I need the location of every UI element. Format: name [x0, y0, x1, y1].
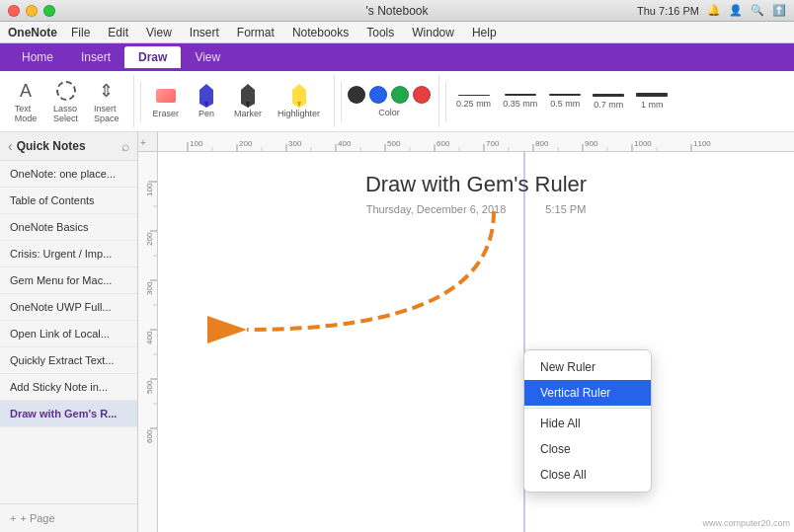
context-menu-new-ruler[interactable]: New Ruler: [524, 354, 651, 380]
menu-help[interactable]: Help: [464, 24, 505, 41]
menu-view[interactable]: View: [138, 24, 180, 41]
note-meta: Thursday, December 6, 2018 5:15 PM: [198, 203, 754, 215]
eraser-button[interactable]: Eraser: [147, 82, 186, 120]
line-1[interactable]: 1 mm: [632, 91, 672, 112]
app-name: OneNote: [8, 26, 57, 39]
window-controls[interactable]: [8, 5, 55, 17]
color-blue[interactable]: [369, 86, 387, 104]
menu-file[interactable]: File: [63, 24, 98, 41]
menu-notebooks[interactable]: Notebooks: [284, 24, 357, 41]
menubar: OneNote File Edit View Insert Format Not…: [0, 22, 794, 43]
text-mode-button[interactable]: A TextMode: [8, 77, 43, 125]
tab-view[interactable]: View: [181, 46, 234, 68]
sidebar-title: Quick Notes: [17, 139, 121, 153]
sep2: [341, 82, 342, 121]
eraser-icon: [154, 84, 178, 108]
ruler-add-icon[interactable]: +: [138, 135, 148, 150]
line-preview-07: [593, 94, 624, 97]
sidebar-back-icon[interactable]: ‹: [8, 138, 13, 154]
add-page-label: + Page: [20, 512, 54, 524]
sidebar-item-7[interactable]: Quickly Extract Text...: [0, 347, 137, 374]
line-preview-035: [505, 94, 536, 96]
svg-text:600: 600: [437, 139, 450, 148]
color-red[interactable]: [413, 86, 431, 104]
app-body: ‹ Quick Notes ⌕ OneNote: one place... Ta…: [0, 132, 794, 532]
svg-text:1000: 1000: [634, 139, 652, 148]
insert-space-button[interactable]: ⇕ InsertSpace: [88, 77, 125, 125]
svg-text:1100: 1100: [693, 139, 711, 148]
lasso-select-button[interactable]: LassoSelect: [47, 77, 84, 125]
window-title: 's Notebook: [366, 4, 429, 18]
add-page-button[interactable]: + + Page: [0, 503, 137, 532]
pen-button[interactable]: Pen: [189, 82, 224, 120]
context-menu-hide-all[interactable]: Hide All: [524, 411, 651, 436]
text-mode-icon: A: [14, 79, 38, 103]
sidebar-item-4[interactable]: Gem Menu for Mac...: [0, 267, 137, 294]
line-035[interactable]: 0.35 mm: [499, 92, 541, 111]
share-icon[interactable]: ⬆️: [772, 4, 786, 17]
maximize-btn[interactable]: [43, 5, 55, 17]
color-black[interactable]: [348, 86, 365, 104]
marker-button[interactable]: Marker: [228, 82, 268, 120]
sidebar-item-1[interactable]: Table of Contents: [0, 188, 137, 214]
pen-label: Pen: [198, 109, 214, 118]
line-label-035: 0.35 mm: [503, 99, 537, 109]
menu-window[interactable]: Window: [404, 24, 462, 41]
sep1: [140, 82, 141, 121]
vertical-ruler: 100 200 300 400 500 600: [138, 152, 158, 532]
sidebar-item-9[interactable]: Draw with Gem's R...: [0, 401, 137, 427]
svg-text:400: 400: [145, 331, 154, 344]
lasso-icon: [54, 79, 78, 103]
line-025[interactable]: 0.25 mm: [452, 93, 495, 111]
line-07[interactable]: 0.7 mm: [589, 92, 628, 112]
insert-space-icon: ⇕: [95, 79, 119, 103]
ruler-v-svg: 100 200 300 400 500 600: [138, 152, 158, 532]
context-menu-close[interactable]: Close: [524, 436, 651, 462]
menu-edit[interactable]: Edit: [100, 24, 136, 41]
note-time-text: 5:15 PM: [545, 203, 586, 215]
line-label-05: 0.5 mm: [550, 99, 580, 109]
tab-draw[interactable]: Draw: [124, 46, 181, 68]
menu-tools[interactable]: Tools: [358, 24, 402, 41]
line-05[interactable]: 0.5 mm: [545, 92, 585, 111]
highlighter-button[interactable]: Highlighter: [272, 82, 326, 120]
tab-insert[interactable]: Insert: [67, 46, 124, 68]
close-btn[interactable]: [8, 5, 20, 17]
menu-format[interactable]: Format: [229, 24, 282, 41]
account-icon[interactable]: 👤: [729, 4, 743, 17]
minimize-btn[interactable]: [26, 5, 38, 17]
sidebar: ‹ Quick Notes ⌕ OneNote: one place... Ta…: [0, 132, 138, 532]
tab-home[interactable]: Home: [8, 46, 67, 68]
menu-insert[interactable]: Insert: [182, 24, 227, 41]
sidebar-item-0[interactable]: OneNote: one place...: [0, 161, 137, 188]
sidebar-item-5[interactable]: OneNote UWP Full...: [0, 294, 137, 321]
titlebar: 's Notebook Thu 7:16 PM 🔔 👤 🔍 ⬆️: [0, 0, 794, 22]
context-menu-close-all[interactable]: Close All: [524, 462, 651, 488]
color-green[interactable]: [391, 86, 409, 104]
search-icon[interactable]: 🔍: [751, 4, 764, 17]
ruler-h-svg: 100 200 300 400 500 600 700 800 900 1000: [158, 132, 794, 152]
notification-icon[interactable]: 🔔: [707, 4, 721, 17]
sidebar-item-8[interactable]: Add Sticky Note in...: [0, 374, 137, 401]
horizontal-ruler: 100 200 300 400 500 600 700 800 900 1000: [158, 132, 794, 152]
sidebar-search-icon[interactable]: ⌕: [121, 138, 129, 154]
context-menu-divider: [524, 408, 651, 409]
line-label-07: 0.7 mm: [594, 100, 623, 110]
sidebar-item-3[interactable]: Crisis: Urgent / Imp...: [0, 241, 137, 267]
highlighter-icon: [287, 84, 311, 108]
sep3: [445, 82, 446, 121]
svg-text:400: 400: [338, 139, 352, 148]
highlighter-label: Highlighter: [278, 109, 320, 118]
context-menu-vertical-ruler[interactable]: Vertical Ruler: [524, 380, 651, 406]
sidebar-item-2[interactable]: OneNote Basics: [0, 214, 137, 241]
svg-text:600: 600: [145, 429, 154, 443]
svg-text:100: 100: [190, 139, 203, 148]
svg-text:900: 900: [585, 139, 598, 148]
context-menu: New Ruler Vertical Ruler Hide All Close …: [523, 349, 652, 493]
eraser-label: Eraser: [153, 109, 180, 118]
svg-text:300: 300: [145, 281, 154, 295]
sidebar-item-6[interactable]: Open Link of Local...: [0, 321, 137, 347]
pen-icon: [195, 84, 218, 108]
lasso-label: LassoSelect: [53, 104, 78, 123]
svg-text:200: 200: [145, 232, 154, 246]
